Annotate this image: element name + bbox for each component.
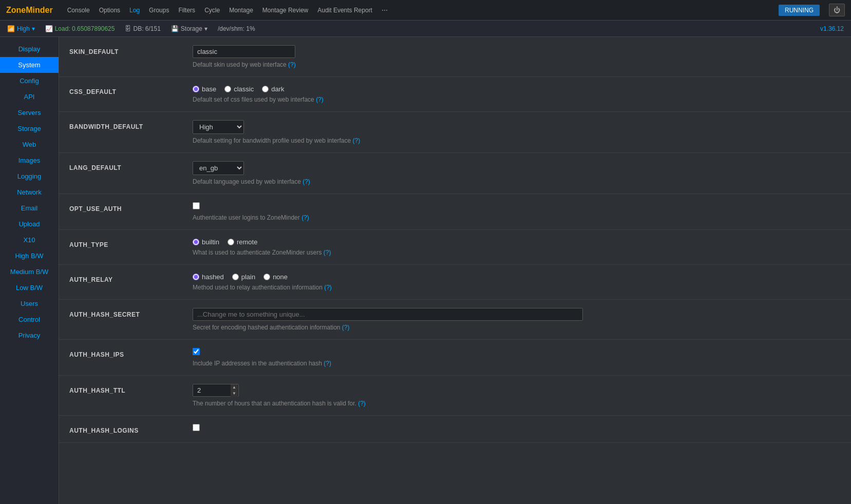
- label-lang-default: LANG_DEFAULT: [69, 161, 193, 171]
- sidebar-item-logging[interactable]: Logging: [0, 168, 59, 184]
- brand-logo: ZoneMinder: [6, 6, 53, 15]
- radio-dark-label[interactable]: dark: [262, 85, 284, 93]
- radio-hashed[interactable]: [193, 274, 199, 280]
- help-auth-hash-secret[interactable]: (?): [342, 324, 350, 331]
- radio-group-auth-type: builtin remote: [193, 238, 841, 246]
- nav-more-icon[interactable]: ⋯: [382, 7, 388, 14]
- desc-auth-hash-ttl: The number of hours that an authenticati…: [193, 400, 841, 407]
- high-badge[interactable]: 📶 High ▾: [7, 25, 35, 32]
- sidebar-item-display[interactable]: Display: [0, 41, 59, 57]
- nav-montage[interactable]: Montage: [229, 7, 253, 14]
- control-skin-default: Default skin used by web interface (?): [193, 45, 841, 68]
- desc-auth-hash-ips: Include IP addresses in the authenticati…: [193, 360, 841, 367]
- label-auth-hash-logins: AUTH_HASH_LOGINS: [69, 424, 193, 434]
- radio-hashed-label[interactable]: hashed: [193, 273, 224, 281]
- version-label: v1.36.12: [820, 25, 844, 32]
- control-auth-hash-secret: Secret for encoding hashed authenticatio…: [193, 308, 841, 331]
- checkbox-auth-hash-logins[interactable]: [193, 424, 200, 431]
- spinner-up[interactable]: ▲: [231, 384, 238, 391]
- sidebar-item-users[interactable]: Users: [0, 296, 59, 312]
- spinner-arrows: ▲ ▼: [231, 384, 238, 397]
- nav-montage-review[interactable]: Montage Review: [262, 7, 308, 14]
- radio-classic-label[interactable]: classic: [224, 85, 254, 93]
- sidebar-item-mediumbw[interactable]: Medium B/W: [0, 264, 59, 280]
- input-skin-default[interactable]: [193, 45, 295, 58]
- radio-plain-label[interactable]: plain: [232, 273, 255, 281]
- control-auth-type: builtin remote What is used to authentic…: [193, 238, 841, 256]
- sidebar-item-servers[interactable]: Servers: [0, 105, 59, 121]
- sidebar-item-highbw[interactable]: High B/W: [0, 248, 59, 264]
- topbar: ZoneMinder Console Options Log Groups Fi…: [0, 0, 851, 21]
- checkbox-opt-use-auth[interactable]: [193, 202, 200, 209]
- sidebar-item-email[interactable]: Email: [0, 200, 59, 216]
- storage-stat[interactable]: 💾 Storage▾: [171, 25, 207, 32]
- desc-lang-default: Default language used by web interface (…: [193, 178, 841, 185]
- desc-css-default: Default set of css files used by web int…: [193, 96, 841, 103]
- help-bandwidth-default[interactable]: (?): [353, 137, 361, 144]
- setting-skin-default: SKIN_DEFAULT Default skin used by web in…: [59, 37, 851, 77]
- radio-group-auth-relay: hashed plain none: [193, 273, 841, 281]
- sidebar-item-storage[interactable]: Storage: [0, 121, 59, 137]
- checkbox-auth-hash-ips[interactable]: [193, 348, 200, 355]
- help-auth-type[interactable]: (?): [324, 249, 331, 256]
- high-dropdown-icon: ▾: [32, 25, 35, 32]
- radio-remote[interactable]: [228, 239, 234, 245]
- sidebar-item-web[interactable]: Web: [0, 137, 59, 152]
- control-lang-default: en_gb en_us fr de es Default language us…: [193, 161, 841, 185]
- nav-filters[interactable]: Filters: [178, 7, 195, 14]
- sidebar-item-x10[interactable]: X10: [0, 232, 59, 248]
- radio-base[interactable]: [193, 86, 199, 92]
- setting-bandwidth-default: BANDWIDTH_DEFAULT High Medium Low Defaul…: [59, 112, 851, 153]
- nav-log[interactable]: Log: [129, 7, 140, 14]
- spinner-down[interactable]: ▼: [231, 391, 238, 397]
- db-icon: 🗄: [125, 25, 131, 32]
- help-skin-default[interactable]: (?): [288, 61, 296, 68]
- sidebar-item-upload[interactable]: Upload: [0, 216, 59, 232]
- radio-none[interactable]: [263, 274, 270, 280]
- radio-classic[interactable]: [224, 86, 231, 92]
- label-css-default: CSS_DEFAULT: [69, 85, 193, 95]
- control-auth-hash-ips: Include IP addresses in the authenticati…: [193, 348, 841, 367]
- radio-plain[interactable]: [232, 274, 239, 280]
- sidebar-item-config[interactable]: Config: [0, 73, 59, 89]
- control-auth-hash-logins: [193, 424, 841, 433]
- nav-options[interactable]: Options: [99, 7, 120, 14]
- radio-base-label[interactable]: base: [193, 85, 216, 93]
- help-css-default[interactable]: (?): [316, 96, 324, 103]
- radio-dark[interactable]: [262, 86, 269, 92]
- help-auth-hash-ips[interactable]: (?): [324, 360, 331, 367]
- control-auth-relay: hashed plain none Method used to relay a…: [193, 273, 841, 291]
- setting-auth-type: AUTH_TYPE builtin remote What is used to…: [59, 230, 851, 265]
- sidebar-item-system[interactable]: System: [0, 57, 59, 73]
- spinner-auth-hash-ttl: ▲ ▼: [193, 384, 239, 397]
- sidebar-item-lowbw[interactable]: Low B/W: [0, 280, 59, 296]
- sidebar-item-network[interactable]: Network: [0, 184, 59, 200]
- help-opt-use-auth[interactable]: (?): [301, 214, 309, 221]
- select-lang[interactable]: en_gb en_us fr de es: [193, 161, 244, 175]
- setting-auth-hash-ttl: AUTH_HASH_TTL ▲ ▼ The number of hours th…: [59, 376, 851, 416]
- help-auth-relay[interactable]: (?): [324, 284, 332, 291]
- select-bandwidth[interactable]: High Medium Low: [193, 120, 244, 134]
- radio-remote-label[interactable]: remote: [228, 238, 257, 246]
- sidebar-item-images[interactable]: Images: [0, 152, 59, 168]
- nav-console[interactable]: Console: [67, 7, 90, 14]
- desc-auth-type: What is used to authenticate ZoneMinder …: [193, 249, 841, 256]
- nav-cycle[interactable]: Cycle: [204, 7, 220, 14]
- running-button[interactable]: RUNNING: [779, 5, 820, 16]
- power-button[interactable]: ⏻: [829, 4, 845, 16]
- desc-bandwidth-default: Default setting for bandwidth profile us…: [193, 137, 841, 144]
- sidebar-item-api[interactable]: API: [0, 89, 59, 105]
- radio-none-label[interactable]: none: [263, 273, 288, 281]
- nav-groups[interactable]: Groups: [149, 7, 169, 14]
- setting-lang-default: LANG_DEFAULT en_gb en_us fr de es Defaul…: [59, 153, 851, 194]
- desc-skin-default: Default skin used by web interface (?): [193, 61, 841, 68]
- help-lang-default[interactable]: (?): [302, 178, 310, 185]
- input-auth-hash-secret[interactable]: [193, 308, 583, 321]
- sidebar-item-control[interactable]: Control: [0, 312, 59, 327]
- load-stat: 📈 Load: 0.65087890625: [45, 25, 115, 32]
- nav-audit[interactable]: Audit Events Report: [317, 7, 372, 14]
- radio-builtin[interactable]: [193, 239, 199, 245]
- help-auth-hash-ttl[interactable]: (?): [358, 400, 366, 407]
- sidebar-item-privacy[interactable]: Privacy: [0, 327, 59, 343]
- radio-builtin-label[interactable]: builtin: [193, 238, 219, 246]
